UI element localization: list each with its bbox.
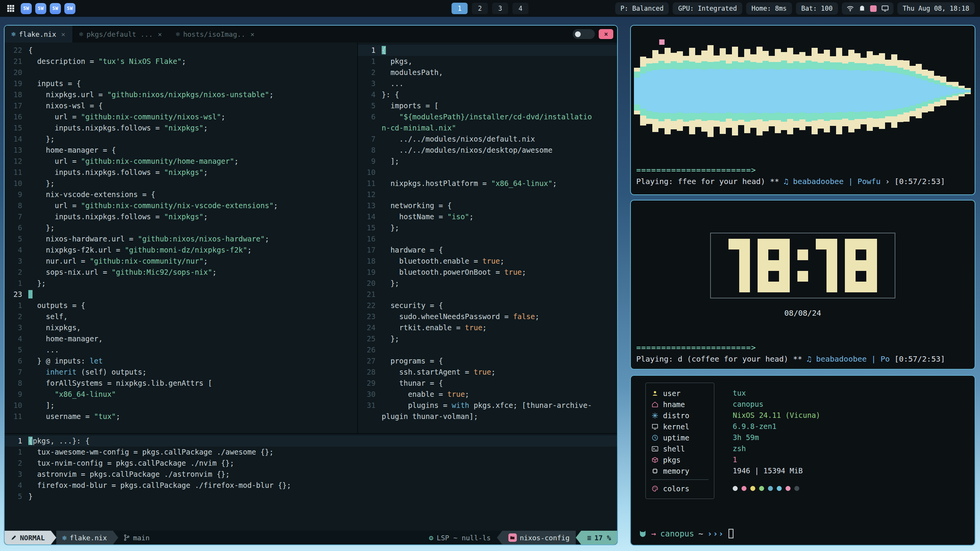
code-text: networking = { — [382, 200, 452, 211]
tab-close-icon[interactable]: × — [61, 30, 65, 38]
fetch-row: memory — [651, 465, 709, 476]
pencil-icon — [11, 535, 17, 541]
visualizer-column — [848, 50, 854, 132]
code-line: 3 nur.url = "github:nix-community/nur"; — [5, 256, 357, 267]
tab-label: hosts/isoImag.. — [183, 30, 245, 38]
visualizer-column — [714, 55, 720, 127]
line-number: 10 — [5, 178, 28, 189]
project-segment[interactable]: nixos-config — [502, 531, 576, 544]
code-line: 9 "x86_64-linux" — [5, 389, 357, 400]
code-line: 27 programs = { — [358, 355, 617, 367]
taskbar-app-icon[interactable]: SW — [21, 3, 32, 14]
editor-cursor — [28, 290, 33, 298]
folder-icon — [508, 533, 517, 542]
visualizer-column — [756, 47, 763, 135]
clock-terminal-window[interactable]: 08/08/24 =======================> Playin… — [630, 200, 975, 370]
code-line: 11 inputs.nixpkgs.follows = "nixpkgs"; — [5, 167, 357, 178]
now-playing-segment: ♫ — [807, 354, 816, 364]
line-number: 27 — [358, 355, 382, 367]
code-text: }; — [28, 222, 55, 233]
workspace-tag-4[interactable]: 4 — [513, 3, 529, 14]
line-number: 17 — [358, 245, 382, 256]
workspace-tag-3[interactable]: 3 — [492, 3, 508, 14]
prompt-chevrons: ››› — [707, 529, 724, 538]
nix-file-icon: ❄ — [79, 30, 83, 38]
visualizer-column — [726, 54, 732, 128]
fetch-value: canopus — [733, 399, 820, 410]
terminal-cursor — [728, 529, 733, 538]
code-text: nixpkgs-f2k.url = "github:moni-dz/nixpkg… — [28, 245, 252, 256]
fetch-terminal-window[interactable]: userhnamedistrokerneluptimeshellpkgsmemo… — [630, 375, 975, 546]
fetch-value: NixOS 24.11 (Vicuna) — [733, 410, 820, 421]
window-close-button[interactable]: × — [599, 29, 613, 39]
code-line: 9 ]; — [358, 156, 617, 167]
shell-prompt[interactable]: → canopus ~ ››› — [639, 529, 733, 538]
code-line: 22{ — [5, 45, 357, 56]
pane-iso-image-nix[interactable]: 1{1 pkgs,2 modulesPath,3 ...4}: {5 impor… — [357, 42, 617, 433]
editor-tab-hosts-isoImag-[interactable]: ❄hosts/isoImag..× — [169, 26, 261, 42]
color-picker-icon[interactable] — [870, 5, 877, 12]
code-text: url = "github:nix-community/nixos-wsl"; — [28, 111, 225, 122]
code-text: inputs.nixpkgs.follows = "nixpkgs"; — [28, 167, 208, 178]
visualizer-column — [799, 52, 805, 130]
code-text: ... — [382, 78, 403, 89]
code-text: ]; — [28, 400, 55, 411]
now-playing-segment: beabadoobee | Po — [816, 354, 895, 364]
scroll-label: 17 % — [595, 534, 611, 542]
taskbar-app-icon[interactable]: SW — [50, 3, 61, 14]
neovim-window[interactable]: ❄flake.nix×❄pkgs/default ...×❄hosts/isoI… — [4, 25, 618, 545]
code-line: 23 sudo.wheelNeedsPassword = false; — [358, 311, 617, 322]
visualizer-column — [946, 82, 952, 100]
app-launcher-button[interactable] — [5, 3, 16, 14]
code-line: 3 astronvim = pkgs.callPackage ./astronv… — [5, 469, 617, 480]
visualizer-column — [805, 56, 812, 126]
taskbar-app-icon[interactable]: SW — [35, 3, 46, 14]
tab-close-icon[interactable]: × — [158, 30, 162, 38]
line-number: 1 — [5, 447, 28, 458]
code-line: 25 }; — [358, 333, 617, 344]
code-text: self, — [28, 311, 68, 322]
line-number: 4 — [5, 480, 28, 491]
code-line: 12 url = "github:nix-community/home-mana… — [5, 156, 357, 167]
display-icon[interactable] — [881, 5, 889, 12]
line-number: 21 — [358, 289, 382, 300]
line-number: 3 — [358, 78, 382, 89]
statusline-right: ⚙ LSP ~ null-ls nixos-config ≡ 17 % — [423, 531, 617, 544]
system-fetch: userhnamedistrokerneluptimeshellpkgsmemo… — [645, 383, 820, 499]
line-number: 2 — [5, 267, 28, 278]
workspace-tag-1[interactable]: 1 — [452, 3, 468, 14]
pane-flake-nix[interactable]: 22{21 description = "tux's NixOS Flake";… — [5, 42, 357, 433]
code-line: 7 inherit (self) outputs; — [5, 367, 357, 378]
visualizer-terminal-window[interactable]: =======================> Playing: ffee f… — [630, 25, 975, 195]
line-number: 7 — [5, 211, 28, 222]
line-number: 12 — [5, 156, 28, 167]
visualizer-column — [879, 53, 885, 129]
palette-icon — [651, 485, 659, 492]
clock-widget[interactable]: Thu Aug 08, 18:18 — [897, 2, 975, 15]
ghost-icon[interactable] — [859, 5, 866, 12]
code-line: 21 description = "tux's NixOS Flake"; — [5, 56, 357, 67]
line-number: 10 — [5, 400, 28, 411]
line-number: 30 — [358, 389, 382, 400]
code-line: 17 nixos-wsl = { — [5, 100, 357, 111]
line-number: 15 — [358, 222, 382, 233]
editor-tab-pkgs-default-[interactable]: ❄pkgs/default ...× — [72, 26, 169, 42]
code-line: 21 — [358, 289, 617, 300]
code-text: n-cd-minimal.nix" — [382, 122, 456, 134]
visualizer-pink-pixel — [659, 39, 665, 45]
line-number: 2 — [5, 458, 28, 469]
toggle-pill[interactable] — [573, 29, 595, 39]
editor-tab-flake-nix[interactable]: ❄flake.nix× — [5, 26, 72, 42]
line-number: 6 — [5, 355, 28, 367]
workspace-tag-2[interactable]: 2 — [472, 3, 488, 14]
code-line: 11 username = "tux"; — [5, 411, 357, 422]
tab-close-icon[interactable]: × — [250, 30, 255, 38]
visualizer-column — [928, 71, 934, 111]
code-text: ssh.startAgent = true; — [382, 367, 495, 378]
taskbar-app-icon[interactable]: SW — [64, 3, 75, 14]
visualizer-column — [891, 54, 897, 128]
code-text: tux-awesome-wm-config = pkgs.callPackage… — [28, 447, 274, 458]
fetch-row: distro — [651, 410, 709, 421]
pane-pkgs-default-nix[interactable]: 1{pkgs, ...}: {1 tux-awesome-wm-config =… — [5, 433, 617, 531]
wifi-icon[interactable] — [846, 5, 854, 12]
